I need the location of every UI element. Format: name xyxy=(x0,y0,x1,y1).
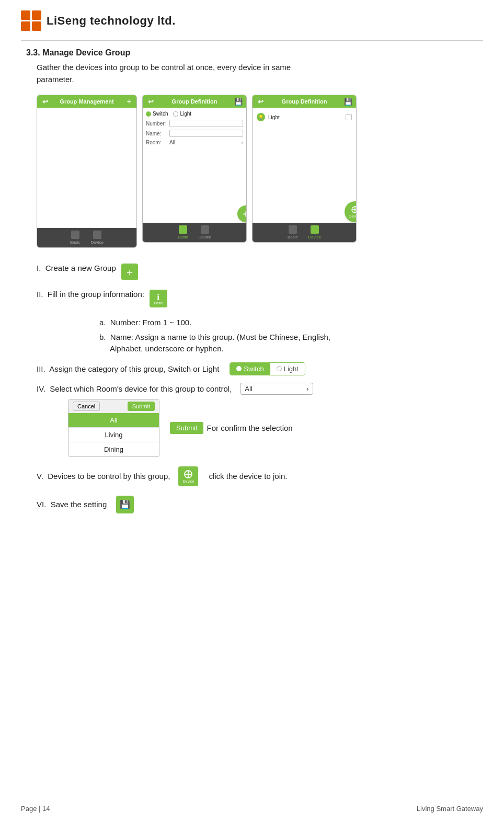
sub-item-a-text: Number: From 1 ~ 100. xyxy=(110,318,191,327)
section-desc-line2: parameter. xyxy=(37,75,74,84)
confirm-text: For confirm the selection xyxy=(207,424,292,432)
cancel-btn[interactable]: Cancel xyxy=(73,402,100,411)
room-arrow-icon: › xyxy=(242,140,243,145)
section-description: Gather the devices into group to be cont… xyxy=(37,62,483,85)
screen1-back-icon: ↩ xyxy=(41,98,49,105)
step6-label: VI. Save the setting xyxy=(37,500,107,509)
step2-row: II. Fill in the group information: ℹ Bas… xyxy=(37,290,483,307)
logo-icon xyxy=(21,10,41,31)
step3-toggle: Switch Light xyxy=(230,362,305,375)
step5-roman: V. xyxy=(37,472,43,481)
step2-label: II. Fill in the group information: xyxy=(37,290,144,299)
device-btn-icon xyxy=(351,205,357,214)
name-label: Name: xyxy=(146,131,169,136)
page-footer: Page | 14 Living Smart Gateway xyxy=(21,805,483,813)
section-number: 3.3. xyxy=(26,48,40,57)
sub-item-b-letter: b. xyxy=(99,333,106,341)
logo-squares xyxy=(21,10,41,31)
room-value: All xyxy=(169,140,175,145)
sub-item-a: a. Number: From 1 ~ 100. xyxy=(99,317,483,329)
room-option-all[interactable]: All xyxy=(68,413,159,428)
screen3-back-icon: ↩ xyxy=(257,98,264,105)
screen1-bottombar: Basic Device xyxy=(37,228,136,247)
step4-room-selector: Cancel Submit All Living Dining Submit F… xyxy=(68,399,483,457)
section-heading: 3.3. Manage Device Group xyxy=(26,48,483,58)
light-radio: Light xyxy=(173,111,191,117)
step1-row: I. Create a new Group ＋ xyxy=(37,264,483,280)
footer-right: Living Smart Gateway xyxy=(417,805,483,813)
save-icon-btn: 💾 xyxy=(116,496,134,513)
submit-btn-inline[interactable]: Submit xyxy=(170,422,203,434)
screen3-bottombar: Basic Device xyxy=(253,223,356,242)
screen1: ↩ Group Management ＋ Basic Device xyxy=(37,95,137,248)
screen3-topbar: ↩ Group Definition 💾 xyxy=(253,95,356,108)
basic-icon xyxy=(71,231,79,239)
name-input[interactable] xyxy=(169,130,243,137)
step5-label: V. Devices to be control by this group, xyxy=(37,472,170,481)
number-input[interactable] xyxy=(169,120,243,127)
step4-row: IV. Select which Room's device for this … xyxy=(37,383,483,395)
light-item: 💡 Light xyxy=(256,111,353,123)
screen1-body xyxy=(37,108,136,228)
light-item-label: Light xyxy=(268,115,280,120)
screen2-topbar: ↩ Group Definition 💾 xyxy=(143,95,246,108)
room-dropdown[interactable]: All › xyxy=(240,383,313,395)
logo-sq1 xyxy=(21,10,30,20)
room-field-row: Room: All › xyxy=(146,140,243,145)
step3-label: III. Assign the category of this group, … xyxy=(37,364,219,373)
switch-option[interactable]: Switch xyxy=(230,363,270,375)
device-icon2 xyxy=(201,225,209,234)
device-icon xyxy=(93,231,101,239)
room-label: Room: xyxy=(146,140,169,145)
screen1-add-icon: ＋ xyxy=(125,98,132,105)
screen2: ↩ Group Definition 💾 Switch Light Number… xyxy=(142,95,247,243)
section-title: Manage Device Group xyxy=(42,48,130,57)
light-option[interactable]: Light xyxy=(270,363,305,375)
sub-item-b-text2: Alphabet, underscore or hyphen. xyxy=(110,344,224,353)
room-dropdown-arrow: › xyxy=(306,385,308,393)
submit-btn-popup[interactable]: Submit xyxy=(128,402,155,411)
sub-items: a. Number: From 1 ~ 100. b. Name: Assign… xyxy=(99,317,483,355)
light-dot xyxy=(277,366,282,371)
screen2-basic-tab: Basic xyxy=(178,225,188,239)
name-field-row: Name: xyxy=(146,130,243,137)
screen3-save-icon: 💾 xyxy=(345,98,352,105)
screen2-save-icon: 💾 xyxy=(235,98,242,105)
screenshots-row: ↩ Group Management ＋ Basic Device ↩ Grou… xyxy=(37,95,483,248)
step5-text2: click the device to join. xyxy=(209,472,287,481)
step1-label: I. Create a new Group xyxy=(37,264,116,272)
screen2-body: Switch Light Number: Name: Room: All › xyxy=(143,108,246,223)
screen1-title: Group Management xyxy=(49,98,125,105)
screen3: ↩ Group Definition 💾 💡 Light Device Basi… xyxy=(252,95,357,243)
logo-sq3 xyxy=(21,21,30,31)
room-popup: Cancel Submit All Living Dining xyxy=(68,399,159,457)
screen3-basic-tab: Basic xyxy=(288,225,298,239)
screen1-topbar: ↩ Group Management ＋ xyxy=(37,95,136,108)
screen2-radio-row: Switch Light xyxy=(146,111,243,117)
screen2-device-tab: Device xyxy=(199,225,211,239)
room-option-dining[interactable]: Dining xyxy=(68,442,159,456)
room-option-living[interactable]: Living xyxy=(68,428,159,442)
sub-item-b-text1: Name: Assign a name to this group. (Must… xyxy=(110,333,330,341)
light-label: Light xyxy=(180,111,191,117)
logo-title: LiSeng technology ltd. xyxy=(47,14,176,28)
step6-row: VI. Save the setting 💾 xyxy=(37,496,483,513)
screen2-bottombar: Basic Device xyxy=(143,223,246,242)
number-field-row: Number: xyxy=(146,120,243,127)
step4-roman: IV. xyxy=(37,384,45,393)
step1-roman: I. xyxy=(37,264,41,272)
room-dropdown-value: All xyxy=(245,385,252,393)
section-desc-line1: Gather the devices into group to be cont… xyxy=(37,63,291,72)
step6-roman: VI. xyxy=(37,500,46,509)
step1-plus-icon: ＋ xyxy=(121,264,138,280)
step3-roman: III. xyxy=(37,364,45,373)
logo-sq2 xyxy=(32,10,41,20)
page-header: LiSeng technology ltd. xyxy=(21,10,483,31)
step4-submit-confirm: Submit For confirm the selection xyxy=(166,422,293,434)
sub-item-b: b. Name: Assign a name to this group. (M… xyxy=(99,332,483,355)
switch-label: Switch xyxy=(153,111,168,117)
basic-icon-active xyxy=(179,225,187,234)
light-checkbox[interactable] xyxy=(346,114,352,120)
screen1-basic-tab: Basic xyxy=(70,231,81,245)
light-item-icon: 💡 xyxy=(257,113,265,121)
